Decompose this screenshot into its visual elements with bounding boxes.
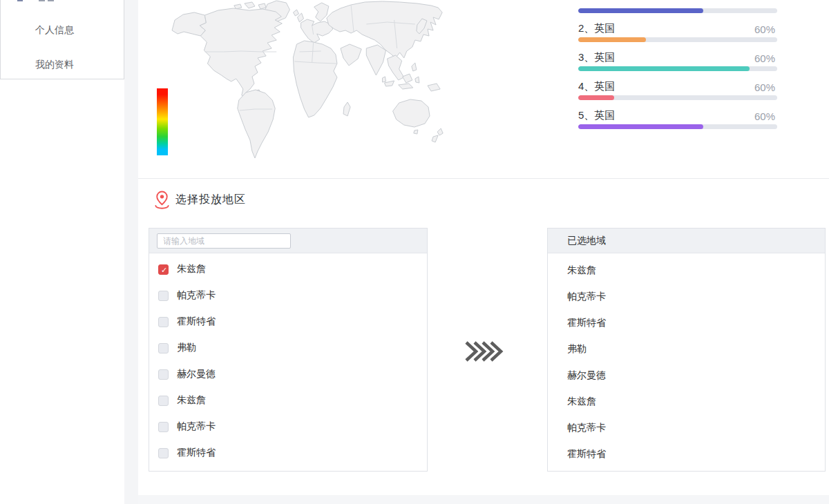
ranking-row: 5、英国 60% [578, 107, 777, 136]
layout-gutter [124, 0, 138, 504]
sidebar-item[interactable]: 我的资料 [1, 57, 124, 92]
checkbox-icon[interactable] [158, 396, 169, 406]
ranking-row: 4、英国 60% [578, 78, 777, 107]
region-option[interactable]: 霍斯特省 [149, 309, 427, 335]
selected-region-label: 弗勒 [567, 343, 587, 356]
sidebar-item-clipped [17, 0, 100, 1]
selected-region-item[interactable]: 赫尔曼德 [548, 362, 825, 389]
selected-region-item[interactable]: 霍斯特省 [548, 310, 825, 336]
checkbox-icon[interactable] [158, 422, 169, 432]
selected-region-item[interactable]: 帕克蒂卡 [548, 415, 825, 441]
ranking-bar-fill [578, 95, 614, 100]
ranking-row-line [578, 0, 777, 6]
section-divider [138, 178, 829, 179]
selected-region-list: 朱兹詹 帕克蒂卡 霍斯特省 弗勒 赫尔曼德 朱兹詹 帕克蒂卡 霍斯特省 [548, 253, 825, 467]
chevrons-right-icon [465, 341, 504, 362]
ranking-row-line: 4、英国 60% [578, 78, 777, 93]
sidebar-menu: 个人信息 我的资料 [1, 0, 124, 92]
ranking-value: 60% [754, 52, 777, 64]
sidebar-item-label: 我的资料 [35, 59, 74, 70]
ranking-row [578, 0, 777, 20]
sidebar: 个人信息 我的资料 [0, 0, 124, 79]
ranking-bar-fill [578, 66, 750, 71]
selected-region-label: 赫尔曼德 [567, 369, 606, 382]
ranking-label: 3、英国 [578, 51, 615, 64]
region-section-header: 选择投放地区 [153, 191, 246, 209]
checkbox-icon[interactable] [158, 448, 169, 458]
selected-region-item[interactable]: 弗勒 [548, 336, 825, 362]
ranking-bar-track [578, 95, 777, 100]
selected-region-label: 帕克蒂卡 [567, 422, 606, 434]
region-option-label: 霍斯特省 [177, 447, 216, 459]
checkbox-icon[interactable] [158, 291, 169, 301]
ranking-value: 60% [754, 23, 777, 35]
selected-region-label: 霍斯特省 [567, 317, 606, 329]
region-option[interactable]: 帕克蒂卡 [149, 414, 427, 440]
selected-region-item[interactable]: 朱兹詹 [548, 258, 825, 284]
source-panel-header [149, 229, 427, 253]
ranking-value: 60% [754, 110, 777, 122]
ranking-bar-fill [578, 8, 703, 13]
ranking-row-line: 5、英国 60% [578, 107, 777, 122]
region-option[interactable]: 帕克蒂卡 [149, 282, 427, 309]
source-region-list: 朱兹詹 帕克蒂卡 霍斯特省 弗勒 赫尔曼德 朱兹詹 帕克蒂卡 霍斯特省 [149, 253, 427, 466]
region-option-label: 霍斯特省 [177, 316, 216, 328]
region-option[interactable]: 赫尔曼德 [149, 361, 427, 387]
region-option[interactable]: 朱兹詹 [149, 387, 427, 414]
checkbox-icon[interactable] [158, 343, 169, 353]
main-panel: 2、英国 60% 3、英国 60% 4、英国 60% 5、英国 60% [138, 0, 829, 495]
region-option[interactable]: 弗勒 [149, 335, 427, 361]
selected-region-item[interactable]: 霍斯特省 [548, 441, 825, 467]
region-option-label: 赫尔曼德 [177, 368, 216, 380]
region-option-label: 朱兹詹 [177, 394, 206, 407]
region-option[interactable]: 朱兹詹 [149, 256, 427, 282]
region-option[interactable]: 霍斯特省 [149, 440, 427, 466]
world-map-svg [171, 0, 513, 160]
selected-region-item[interactable]: 帕克蒂卡 [548, 284, 825, 310]
sidebar-item[interactable]: 个人信息 [1, 23, 124, 57]
ranking-row-line: 2、英国 60% [578, 20, 777, 35]
ranking-row-line: 3、英国 60% [578, 49, 777, 64]
target-panel-header: 已选地域 [548, 229, 825, 253]
page: 个人信息 我的资料 [0, 0, 829, 504]
ranking-row: 3、英国 60% [578, 49, 777, 78]
selected-region-item[interactable]: 朱兹詹 [548, 389, 825, 415]
region-option-label: 弗勒 [177, 342, 196, 354]
ranking-label: 2、英国 [578, 22, 615, 35]
ranking-bar-track [578, 8, 777, 13]
selected-region-label: 霍斯特省 [567, 448, 606, 461]
selected-region-label: 朱兹詹 [567, 396, 596, 408]
ranking-value: 60% [754, 81, 777, 93]
section-title: 选择投放地区 [175, 193, 246, 207]
ranking-row: 2、英国 60% [578, 20, 777, 49]
transfer-arrows-button[interactable] [465, 341, 504, 362]
ranking-bar-fill [578, 37, 646, 42]
region-target-panel: 已选地域 朱兹詹 帕克蒂卡 霍斯特省 弗勒 赫尔曼德 朱兹詹 帕克蒂卡 霍斯特省 [547, 228, 826, 472]
search-input[interactable] [157, 233, 291, 249]
selected-region-label: 帕克蒂卡 [567, 291, 606, 303]
checkbox-icon[interactable] [158, 264, 169, 275]
checkbox-icon[interactable] [158, 317, 169, 327]
region-source-panel: 朱兹詹 帕克蒂卡 霍斯特省 弗勒 赫尔曼德 朱兹詹 帕克蒂卡 霍斯特省 [149, 228, 428, 472]
checkbox-icon[interactable] [158, 369, 169, 380]
ranking-bar-track [578, 66, 777, 71]
ranking-label: 4、英国 [578, 80, 615, 93]
ranking-bar-track [578, 37, 777, 42]
selected-region-label: 朱兹詹 [567, 264, 596, 277]
page-background-strip [138, 495, 829, 504]
ranking-bar-fill [578, 124, 703, 129]
region-option-label: 帕克蒂卡 [177, 289, 216, 302]
region-option-label: 朱兹詹 [177, 263, 206, 275]
location-pin-icon [153, 191, 171, 209]
sidebar-item-label: 个人信息 [35, 24, 74, 35]
heat-legend [157, 88, 168, 155]
region-option-label: 帕克蒂卡 [177, 420, 216, 433]
country-ranking: 2、英国 60% 3、英国 60% 4、英国 60% 5、英国 60% [578, 0, 777, 136]
world-map [171, 0, 513, 160]
ranking-label: 5、英国 [578, 109, 615, 122]
ranking-bar-track [578, 124, 777, 129]
